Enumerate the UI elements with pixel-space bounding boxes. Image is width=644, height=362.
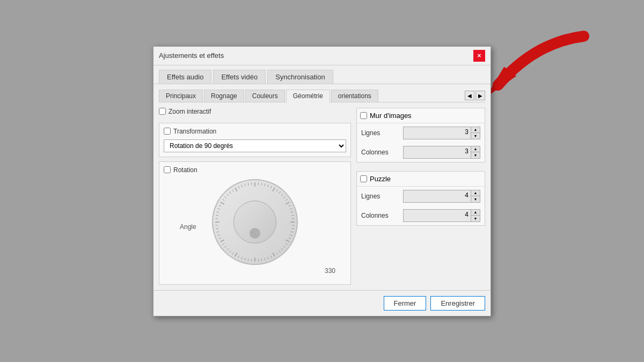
puzzle-label: Puzzle xyxy=(370,175,391,183)
mur-lignes-label: Lignes xyxy=(361,129,399,137)
knob-dot xyxy=(250,228,260,239)
svg-line-11 xyxy=(283,196,286,198)
svg-line-61 xyxy=(221,202,224,204)
rotation-section: Rotation Angle // ticks drawn inline via… xyxy=(159,161,351,285)
svg-line-60 xyxy=(219,205,221,206)
svg-line-14 xyxy=(289,205,291,206)
main-tabs: Effets audio Effets vidéo Synchronisatio… xyxy=(153,65,491,84)
svg-line-43 xyxy=(235,253,237,256)
mur-label: Mur d'images xyxy=(370,112,412,120)
puzzle-colonnes-label: Colonnes xyxy=(361,212,399,219)
svg-line-53 xyxy=(216,228,218,229)
angle-value: 330 xyxy=(169,267,341,275)
svg-line-4 xyxy=(265,183,265,186)
svg-line-57 xyxy=(216,215,218,216)
knob-inner[interactable] xyxy=(233,201,276,243)
puzzle-lignes-spinbox: 4 ▲ ▼ xyxy=(403,190,480,203)
svg-line-39 xyxy=(248,258,248,261)
svg-line-59 xyxy=(217,208,220,209)
svg-line-65 xyxy=(229,191,231,194)
svg-line-9 xyxy=(279,191,280,194)
puzzle-colonnes-value: 4 xyxy=(404,210,471,221)
svg-line-16 xyxy=(291,211,294,212)
svg-line-31 xyxy=(273,253,275,256)
nav-next-button[interactable]: ▶ xyxy=(475,91,485,100)
svg-line-15 xyxy=(290,208,292,209)
svg-line-46 xyxy=(227,248,229,249)
svg-line-40 xyxy=(245,257,245,260)
tab-rognage[interactable]: Rognage xyxy=(204,90,244,102)
puzzle-colonnes-down[interactable]: ▼ xyxy=(471,216,480,221)
puzzle-colonnes-spinbox: 4 ▲ ▼ xyxy=(403,209,480,222)
mur-colonnes-arrows: ▲ ▼ xyxy=(471,146,480,158)
puzzle-lignes-value: 4 xyxy=(404,190,471,202)
svg-line-25 xyxy=(286,240,289,242)
transformation-label[interactable]: Transformation xyxy=(164,128,346,135)
tab-synchronisation[interactable]: Synchronisation xyxy=(267,70,333,84)
mur-lignes-down[interactable]: ▼ xyxy=(471,133,480,139)
puzzle-section: Puzzle Lignes 4 ▲ ▼ xyxy=(356,171,485,226)
mur-lignes-up[interactable]: ▲ xyxy=(471,127,480,133)
svg-line-5 xyxy=(268,184,269,187)
svg-line-51 xyxy=(217,234,220,235)
mur-colonnes-down[interactable]: ▼ xyxy=(471,152,480,158)
zoom-checkbox[interactable] xyxy=(159,108,166,115)
angle-label: Angle xyxy=(180,223,196,231)
svg-line-12 xyxy=(286,199,288,201)
svg-line-64 xyxy=(227,194,229,195)
knob-wrapper[interactable]: // ticks drawn inline via SVG xyxy=(212,179,298,265)
puzzle-colonnes-up[interactable]: ▲ xyxy=(471,210,480,216)
mur-header: Mur d'images xyxy=(357,108,485,123)
svg-line-13 xyxy=(286,202,289,204)
svg-line-41 xyxy=(241,257,243,260)
tab-effets-audio[interactable]: Effets audio xyxy=(159,70,211,84)
mur-colonnes-up[interactable]: ▲ xyxy=(471,146,480,152)
svg-line-3 xyxy=(261,183,262,186)
tab-orientations[interactable]: orientations xyxy=(331,90,378,102)
fermer-button[interactable]: Fermer xyxy=(384,296,427,311)
svg-line-35 xyxy=(261,258,262,261)
svg-line-29 xyxy=(279,250,280,253)
puzzle-lignes-label: Lignes xyxy=(361,193,399,200)
mur-lignes-arrows: ▲ ▼ xyxy=(471,127,480,139)
svg-line-45 xyxy=(229,250,231,253)
rotation-label[interactable]: Rotation xyxy=(164,166,346,174)
rotation-checkbox[interactable] xyxy=(164,166,171,173)
svg-line-23 xyxy=(290,234,292,235)
svg-line-8 xyxy=(276,189,278,191)
mur-lignes-spinbox: 3 ▲ ▼ xyxy=(403,127,480,139)
puzzle-lignes-up[interactable]: ▲ xyxy=(471,190,480,196)
svg-line-28 xyxy=(281,248,283,249)
mur-colonnes-spinbox: 3 ▲ ▼ xyxy=(403,146,480,159)
knob-container: Angle // ticks drawn inline via SVG xyxy=(164,174,346,280)
svg-line-66 xyxy=(232,189,233,191)
svg-line-47 xyxy=(224,246,226,247)
svg-line-48 xyxy=(222,243,224,245)
close-button[interactable]: × xyxy=(473,50,485,62)
tab-geometrie[interactable]: Géométrie xyxy=(286,90,330,102)
nav-prev-button[interactable]: ◀ xyxy=(465,91,474,100)
rotation-select[interactable]: Rotation de 90 degrés Rotation de 180 de… xyxy=(164,139,346,152)
svg-line-32 xyxy=(270,255,272,257)
tab-principaux[interactable]: Principaux xyxy=(159,90,203,102)
puzzle-colonnes-arrows: ▲ ▼ xyxy=(471,210,480,221)
tab-couleurs[interactable]: Couleurs xyxy=(245,90,285,102)
footer: Fermer Enregistrer xyxy=(153,290,491,316)
tab-effets-video[interactable]: Effets vidéo xyxy=(213,70,266,84)
svg-line-63 xyxy=(224,196,226,198)
zoom-label[interactable]: Zoom interactif xyxy=(159,108,351,115)
puzzle-checkbox[interactable] xyxy=(360,175,367,182)
svg-line-68 xyxy=(238,186,239,188)
transformation-checkbox[interactable] xyxy=(164,128,171,135)
enregistrer-button[interactable]: Enregistrer xyxy=(430,296,485,311)
mur-checkbox[interactable] xyxy=(360,112,367,119)
svg-line-26 xyxy=(286,243,288,245)
puzzle-colonnes-row: Colonnes 4 ▲ ▼ xyxy=(357,206,485,225)
puzzle-lignes-down[interactable]: ▼ xyxy=(471,196,480,202)
svg-line-44 xyxy=(232,252,233,254)
svg-line-52 xyxy=(216,231,219,232)
puzzle-lignes-arrows: ▲ ▼ xyxy=(471,190,480,202)
knob-outer[interactable]: // ticks drawn inline via SVG xyxy=(212,179,298,265)
svg-line-6 xyxy=(270,186,272,188)
svg-line-21 xyxy=(291,228,294,229)
